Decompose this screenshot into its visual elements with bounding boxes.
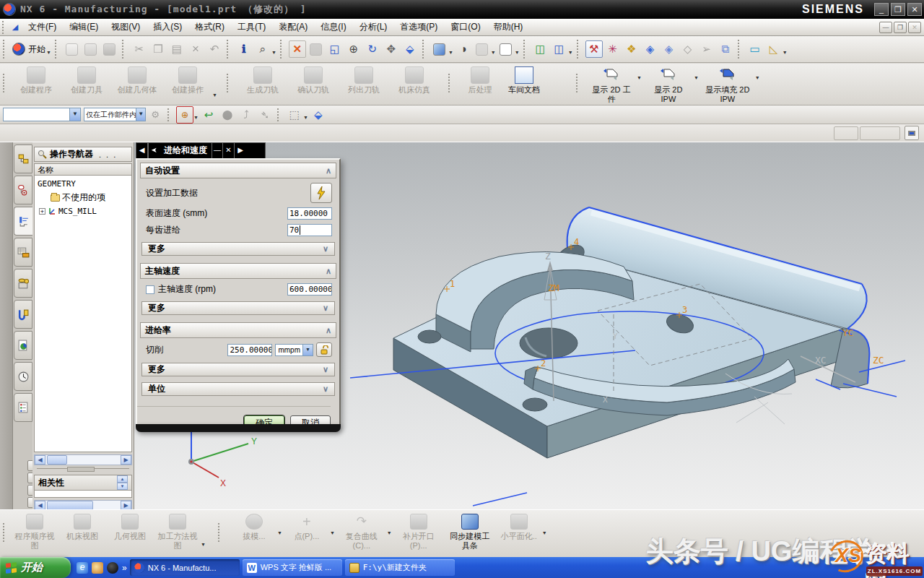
tree-item-mcs-mill[interactable]: + MCS_MILL	[35, 204, 131, 218]
chevron-down-icon[interactable]: ▼	[271, 50, 276, 55]
draft-button[interactable]: 拔模...	[230, 510, 278, 557]
chevron-down-icon[interactable]: ▼	[303, 115, 308, 120]
type-filter-combo[interactable]: ▼	[3, 108, 81, 121]
toolbar-grip[interactable]	[218, 523, 223, 542]
chevron-down-icon[interactable]: ▼	[491, 50, 496, 55]
cut-icon[interactable]: ✂	[131, 40, 148, 58]
spindle-speed-input[interactable]: 600.00000	[287, 283, 332, 296]
toolbar-grip[interactable]	[448, 74, 453, 92]
menu-format[interactable]: 格式(R)	[188, 19, 231, 35]
dialog-forward-icon[interactable]: ▶	[235, 143, 246, 158]
information-icon[interactable]: ℹ	[235, 40, 253, 58]
thin-shell-icon[interactable]	[474, 40, 491, 58]
column-header-name[interactable]: 名称	[34, 163, 132, 176]
new-file-icon[interactable]	[64, 40, 81, 58]
csys-orient-icon[interactable]: ⚒	[585, 40, 603, 58]
doc-restore-button[interactable]: ❐	[894, 22, 907, 33]
wireframe-icon[interactable]	[497, 40, 515, 58]
paste-icon[interactable]: ▤	[168, 40, 186, 58]
toolbar-grip[interactable]	[576, 74, 581, 92]
toolbar-grip[interactable]	[3, 40, 8, 59]
chevron-down-icon[interactable]: ▼	[515, 50, 520, 55]
toolbar-grip[interactable]	[55, 40, 60, 59]
tree-item-geometry[interactable]: GEOMETRY	[35, 177, 131, 191]
scroll-left-icon[interactable]: ◀	[35, 455, 45, 465]
patch-opening-button[interactable]: 补片开口(P)...	[393, 510, 445, 557]
point-button[interactable]: + 点(P)...	[283, 510, 331, 557]
angle-dimension-icon[interactable]: ◺	[765, 40, 783, 58]
select-face-icon[interactable]: ➢	[698, 40, 715, 58]
verify-toolpath-button[interactable]: 确认刀轨	[288, 64, 339, 105]
menu-information[interactable]: 信息(I)	[314, 19, 352, 35]
toolbar-grip[interactable]	[3, 523, 8, 542]
menu-help[interactable]: 帮助(H)	[487, 19, 530, 35]
show-filled-2d-ipw-button[interactable]: 显示填充 2D IPW	[699, 64, 756, 105]
collapse-icon[interactable]: ∧	[326, 326, 331, 335]
history-tab[interactable]	[14, 362, 32, 391]
create-tool-button[interactable]: 创建刀具	[61, 64, 112, 105]
chevron-down-icon[interactable]: ▼	[302, 345, 313, 355]
zoom-in-out-icon[interactable]: ⊕	[345, 40, 362, 58]
pan-view-icon[interactable]: ✥	[383, 40, 400, 58]
plane-split-icon[interactable]: ◫	[551, 40, 568, 58]
restore-button[interactable]: ❐	[891, 3, 905, 16]
geometry-view-button[interactable]: 几何视图	[106, 510, 154, 557]
postprocess-button[interactable]: 后处理	[459, 64, 501, 105]
program-order-view-button[interactable]: 程序顺序视图	[11, 510, 58, 557]
toolbar-grip[interactable]	[227, 74, 232, 92]
drag-handle-icon[interactable]: ➴	[256, 106, 274, 124]
dependencies-section[interactable]: 相关性 ▲ ▼	[34, 475, 132, 491]
spindle-more-bar[interactable]: 更多∨	[141, 301, 335, 315]
title-bar[interactable]: NX 6 - Manufacturing - [model1.prt （修改的）…	[0, 0, 924, 19]
resize-face-icon[interactable]: ◇	[679, 40, 697, 58]
offset-face-icon[interactable]: ◈	[661, 40, 678, 58]
units-bar[interactable]: 单位∨	[141, 382, 335, 396]
dialog-title-bar[interactable]: ◀ ➤ 进给和速度 — ✕ ▶	[136, 142, 266, 158]
operation-navigator-tab[interactable]	[14, 207, 33, 236]
expand-icon[interactable]: ∨	[323, 384, 328, 394]
tree-item-unused[interactable]: 不使用的项	[35, 191, 131, 204]
surface-speed-input[interactable]: 18.00000	[287, 207, 332, 220]
feedrate-header[interactable]: 进给率∧	[140, 322, 336, 338]
menu-window[interactable]: 窗口(O)	[444, 19, 487, 35]
messenger-icon[interactable]	[92, 562, 103, 574]
menu-tools[interactable]: 工具(T)	[231, 19, 272, 35]
chevron-down-icon[interactable]: ▼	[212, 92, 217, 105]
toolbar-grip[interactable]	[422, 40, 427, 59]
palettes-tab[interactable]	[14, 393, 32, 422]
expand-icon[interactable]: ∨	[323, 244, 328, 254]
menu-edit[interactable]: 编辑(E)	[63, 19, 105, 35]
chevron-down-icon[interactable]: ▼	[330, 530, 335, 557]
set-machining-data-button[interactable]	[310, 183, 332, 203]
expand-icon[interactable]: ∨	[323, 303, 328, 313]
create-geometry-button[interactable]: 创建几何体	[112, 64, 162, 105]
scrollbar-thumb[interactable]	[47, 455, 67, 465]
chevron-down-icon[interactable]: ▼	[277, 530, 282, 557]
menu-insert[interactable]: 插入(S)	[147, 19, 188, 35]
minimize-button[interactable]: _	[874, 3, 889, 16]
shop-documentation-button[interactable]: 车间文档	[501, 64, 547, 105]
save-icon[interactable]	[101, 40, 118, 58]
perspective-icon[interactable]: ⬙	[401, 40, 419, 58]
detail-face-icon[interactable]: ⧉	[717, 40, 734, 58]
hd3d-tool-tab[interactable]	[14, 300, 32, 329]
toolbar-grip[interactable]	[280, 40, 285, 59]
create-operation-button[interactable]: 创建操作	[162, 64, 213, 105]
window-zoom-icon[interactable]	[308, 40, 325, 58]
toolbar-grip[interactable]	[277, 108, 282, 121]
palette-icon[interactable]: ❖	[623, 40, 640, 58]
navigator-header[interactable]: 操作导航器 . . .	[34, 147, 132, 162]
half-shade-icon[interactable]: ◑	[455, 40, 472, 58]
menu-analysis[interactable]: 分析(L)	[353, 19, 394, 35]
chevron-down-icon[interactable]: ▼	[568, 50, 573, 55]
toolbar-grip[interactable]	[167, 108, 173, 121]
menu-file[interactable]: 文件(F)	[22, 19, 63, 35]
section-up-icon[interactable]: ▲	[117, 475, 128, 483]
taskbar-task-nx[interactable]: NX 6 - Manufactu...	[130, 559, 240, 576]
start-menu-label[interactable]: 开始	[28, 43, 45, 56]
rotate-point-icon[interactable]: ⤴	[237, 106, 255, 124]
create-program-button[interactable]: 创建程序	[11, 64, 61, 105]
chevron-down-icon[interactable]: ▼	[637, 75, 642, 105]
dialog-close-icon[interactable]: ✕	[223, 143, 235, 158]
navigator-tree[interactable]: GEOMETRY 不使用的项 + MCS_MILL	[34, 176, 132, 452]
